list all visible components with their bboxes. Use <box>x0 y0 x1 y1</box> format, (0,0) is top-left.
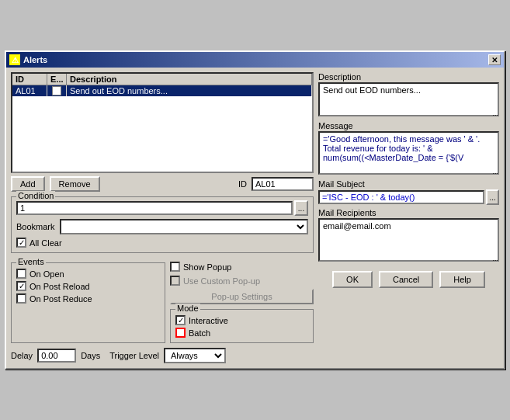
all-clear-label: All Clear <box>29 238 62 248</box>
mail-subject-row: ... <box>318 189 499 205</box>
row-id: AL01 <box>12 85 47 96</box>
window-title: Alerts <box>23 55 47 64</box>
bookmark-label: Bookmark <box>16 222 55 231</box>
description-ellipsis[interactable]: ... <box>491 109 499 118</box>
on-post-reduce-label: On Post Reduce <box>29 294 92 304</box>
mail-recipients-ellipsis[interactable]: ... <box>491 255 499 263</box>
days-label: Days <box>81 351 100 360</box>
message-wrapper: ... <box>318 131 499 176</box>
ok-button[interactable]: OK <box>332 271 373 288</box>
mail-subject-ellipsis[interactable]: ... <box>486 189 499 205</box>
condition-label: Condition <box>16 191 55 200</box>
dialog-buttons: OK Cancel Help <box>318 266 499 293</box>
interactive-row: ✓ Interactive <box>175 315 308 325</box>
popup-settings-button: Pop-up Settings <box>170 289 314 304</box>
alerts-dialog: ⚠ Alerts ✕ ID E... Description AL01 ✓ Se <box>5 50 505 370</box>
mode-label: Mode <box>175 304 200 313</box>
row-description: Send out EOD numbers... <box>67 85 312 96</box>
col-enabled: E... <box>47 74 67 85</box>
description-textarea[interactable] <box>318 82 499 116</box>
id-label: ID <box>238 179 247 189</box>
cancel-button[interactable]: Cancel <box>379 271 433 288</box>
on-post-reload-label: On Post Reload <box>29 282 90 291</box>
events-group: Events On Open ✓ On Post Reload On Post … <box>11 262 165 343</box>
condition-row: ... <box>16 200 308 216</box>
batch-label: Batch <box>189 328 210 338</box>
remove-button[interactable]: Remove <box>50 176 100 192</box>
enabled-checkbox[interactable]: ✓ <box>52 86 61 95</box>
on-open-row: On Open <box>16 269 160 279</box>
condition-input[interactable] <box>16 201 293 215</box>
left-panel: ID E... Description AL01 ✓ Send out EOD … <box>11 72 314 363</box>
message-ellipsis[interactable]: ... <box>491 168 499 176</box>
on-post-reload-row: ✓ On Post Reload <box>16 281 160 291</box>
show-popup-row: Show Popup <box>170 262 314 272</box>
mail-recipients-textarea[interactable] <box>318 218 499 262</box>
on-open-checkbox[interactable] <box>16 269 26 279</box>
all-clear-row: ✓ All Clear <box>16 238 308 248</box>
id-input[interactable] <box>252 177 314 191</box>
bookmark-row: Bookmark <box>16 219 308 234</box>
trigger-select[interactable]: Always Once Repeat <box>164 348 226 363</box>
use-custom-checkbox <box>170 276 180 286</box>
description-label: Description <box>318 72 499 82</box>
interactive-label: Interactive <box>189 316 228 325</box>
use-custom-row: Use Custom Pop-up <box>170 276 314 286</box>
mode-group: Mode ✓ Interactive Batch <box>170 309 314 343</box>
on-post-reload-checkbox[interactable]: ✓ <box>16 281 26 291</box>
popup-mode-col: Show Popup Use Custom Pop-up Pop-up Sett… <box>170 258 314 343</box>
show-popup-checkbox[interactable] <box>170 262 180 272</box>
table-header: ID E... Description <box>12 74 312 85</box>
condition-ellipsis[interactable]: ... <box>294 200 308 216</box>
main-content: ID E... Description AL01 ✓ Send out EOD … <box>6 68 504 368</box>
all-clear-checkbox[interactable]: ✓ <box>16 238 26 248</box>
help-button[interactable]: Help <box>439 271 485 288</box>
condition-group: Condition ... Bookmark ✓ All Clear <box>11 196 314 253</box>
on-post-reduce-checkbox[interactable] <box>16 293 26 304</box>
titlebar-icon: ⚠ <box>9 54 20 65</box>
delay-input[interactable] <box>37 349 76 363</box>
batch-checkbox[interactable] <box>175 328 186 338</box>
bookmark-select[interactable] <box>60 219 308 234</box>
close-button[interactable]: ✕ <box>488 54 501 65</box>
col-description: Description <box>67 74 312 85</box>
show-popup-label: Show Popup <box>183 262 231 272</box>
row-enabled: ✓ <box>47 85 67 96</box>
right-panel: Description ... Message ... Mail Subject… <box>318 72 499 363</box>
titlebar: ⚠ Alerts ✕ <box>6 52 504 68</box>
mail-subject-input[interactable] <box>318 190 484 204</box>
delay-trigger-row: Delay Days Trigger Level Always Once Rep… <box>11 348 314 363</box>
mail-recipients-wrapper: ... <box>318 218 499 263</box>
table-row[interactable]: AL01 ✓ Send out EOD numbers... <box>12 85 312 96</box>
on-post-reduce-row: On Post Reduce <box>16 293 160 304</box>
popup-section: Show Popup Use Custom Pop-up Pop-up Sett… <box>170 258 314 304</box>
mail-subject-label: Mail Subject <box>318 179 499 189</box>
col-id: ID <box>12 74 47 85</box>
description-wrapper: ... <box>318 82 499 118</box>
use-custom-label: Use Custom Pop-up <box>183 276 260 286</box>
alerts-table[interactable]: ID E... Description AL01 ✓ Send out EOD … <box>11 72 314 173</box>
on-open-label: On Open <box>29 269 64 279</box>
trigger-level-label: Trigger Level <box>109 351 159 360</box>
events-label: Events <box>16 257 46 266</box>
batch-row: Batch <box>175 328 308 338</box>
message-textarea[interactable] <box>318 131 499 175</box>
titlebar-left: ⚠ Alerts <box>9 54 47 65</box>
events-popup-row: Events On Open ✓ On Post Reload On Post … <box>11 258 314 343</box>
add-button[interactable]: Add <box>11 176 45 192</box>
message-label: Message <box>318 121 499 130</box>
table-controls: Add Remove ID <box>11 176 314 192</box>
interactive-checkbox[interactable]: ✓ <box>175 315 186 325</box>
mail-recipients-label: Mail Recipients <box>318 208 499 217</box>
delay-label: Delay <box>11 351 33 360</box>
